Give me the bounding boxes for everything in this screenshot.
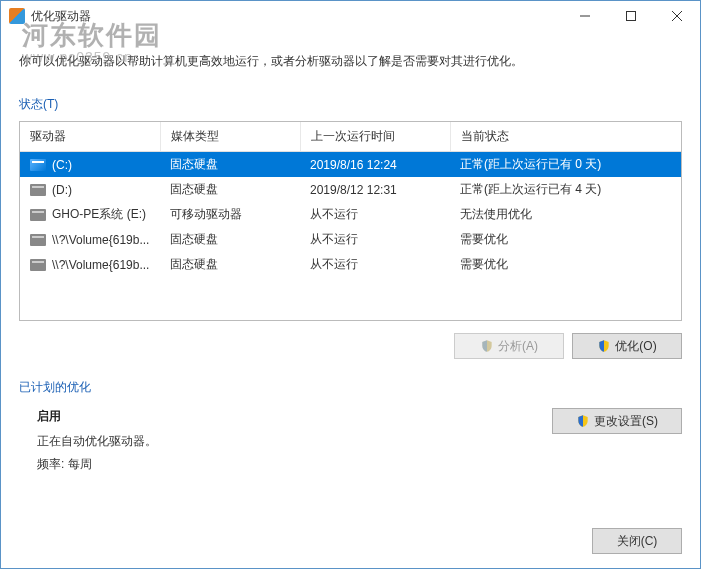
- analyze-button: 分析(A): [454, 333, 564, 359]
- table-header-row: 驱动器 媒体类型 上一次运行时间 当前状态: [20, 122, 681, 152]
- app-icon: [9, 8, 25, 24]
- svg-rect-0: [627, 12, 636, 21]
- table-row[interactable]: GHO-PE系统 (E:)可移动驱动器从不运行无法使用优化: [20, 202, 681, 227]
- last-run: 从不运行: [300, 202, 450, 227]
- close-button[interactable]: 关闭(C): [592, 528, 682, 554]
- table-row[interactable]: \\?\Volume{619b...固态硬盘从不运行需要优化: [20, 252, 681, 277]
- shield-icon: [576, 414, 590, 428]
- last-run: 2019/8/12 12:31: [300, 177, 450, 202]
- last-run: 从不运行: [300, 252, 450, 277]
- current-state: 正常(距上次运行已有 0 天): [450, 152, 681, 178]
- maximize-icon: [626, 11, 636, 21]
- footer-row: 关闭(C): [19, 528, 682, 554]
- media-type: 固态硬盘: [160, 177, 300, 202]
- drive-table: 驱动器 媒体类型 上一次运行时间 当前状态 (C:)固态硬盘2019/8/16 …: [20, 122, 681, 277]
- shield-icon: [480, 339, 494, 353]
- last-run: 从不运行: [300, 227, 450, 252]
- drive-icon: [30, 159, 46, 171]
- col-drive[interactable]: 驱动器: [20, 122, 160, 152]
- schedule-line2: 频率: 每周: [37, 456, 157, 473]
- window-title: 优化驱动器: [31, 8, 562, 25]
- drive-name: (D:): [52, 183, 72, 197]
- current-state: 无法使用优化: [450, 202, 681, 227]
- maximize-button[interactable]: [608, 1, 654, 31]
- drive-icon: [30, 259, 46, 271]
- description-text: 你可以优化驱动器以帮助计算机更高效地运行，或者分析驱动器以了解是否需要对其进行优…: [19, 53, 682, 70]
- schedule-group-label: 已计划的优化: [19, 379, 682, 396]
- drive-icon: [30, 234, 46, 246]
- schedule-line1: 正在自动优化驱动器。: [37, 433, 157, 450]
- optimize-button[interactable]: 优化(O): [572, 333, 682, 359]
- schedule-box: 启用 正在自动优化驱动器。 频率: 每周 更改设置(S): [19, 408, 682, 479]
- action-button-row: 分析(A) 优化(O): [19, 333, 682, 359]
- table-row[interactable]: (C:)固态硬盘2019/8/16 12:24正常(距上次运行已有 0 天): [20, 152, 681, 178]
- media-type: 可移动驱动器: [160, 202, 300, 227]
- current-state: 需要优化: [450, 252, 681, 277]
- drive-name: (C:): [52, 158, 72, 172]
- col-state[interactable]: 当前状态: [450, 122, 681, 152]
- media-type: 固态硬盘: [160, 227, 300, 252]
- analyze-label: 分析(A): [498, 338, 538, 355]
- drive-name: \\?\Volume{619b...: [52, 258, 149, 272]
- schedule-info: 启用 正在自动优化驱动器。 频率: 每周: [19, 408, 157, 479]
- change-settings-label: 更改设置(S): [594, 413, 658, 430]
- titlebar: 优化驱动器: [1, 1, 700, 31]
- current-state: 正常(距上次运行已有 4 天): [450, 177, 681, 202]
- drive-list-panel: 驱动器 媒体类型 上一次运行时间 当前状态 (C:)固态硬盘2019/8/16 …: [19, 121, 682, 321]
- change-settings-button[interactable]: 更改设置(S): [552, 408, 682, 434]
- drive-name: GHO-PE系统 (E:): [52, 206, 146, 223]
- close-label: 关闭(C): [617, 533, 658, 550]
- drive-icon: [30, 184, 46, 196]
- close-window-button[interactable]: [654, 1, 700, 31]
- media-type: 固态硬盘: [160, 152, 300, 178]
- last-run: 2019/8/16 12:24: [300, 152, 450, 178]
- schedule-enabled-label: 启用: [37, 408, 157, 425]
- minimize-icon: [580, 11, 590, 21]
- status-group-label: 状态(T): [19, 96, 682, 113]
- optimize-label: 优化(O): [615, 338, 656, 355]
- col-lastrun[interactable]: 上一次运行时间: [300, 122, 450, 152]
- current-state: 需要优化: [450, 227, 681, 252]
- close-icon: [672, 11, 682, 21]
- content-area: 你可以优化驱动器以帮助计算机更高效地运行，或者分析驱动器以了解是否需要对其进行优…: [1, 31, 700, 568]
- shield-icon: [597, 339, 611, 353]
- media-type: 固态硬盘: [160, 252, 300, 277]
- window: 优化驱动器 河东软件园 www.pc0359.cn 你可以优化驱动器以帮助计算机…: [0, 0, 701, 569]
- table-row[interactable]: \\?\Volume{619b...固态硬盘从不运行需要优化: [20, 227, 681, 252]
- drive-icon: [30, 209, 46, 221]
- table-row[interactable]: (D:)固态硬盘2019/8/12 12:31正常(距上次运行已有 4 天): [20, 177, 681, 202]
- minimize-button[interactable]: [562, 1, 608, 31]
- drive-name: \\?\Volume{619b...: [52, 233, 149, 247]
- col-media[interactable]: 媒体类型: [160, 122, 300, 152]
